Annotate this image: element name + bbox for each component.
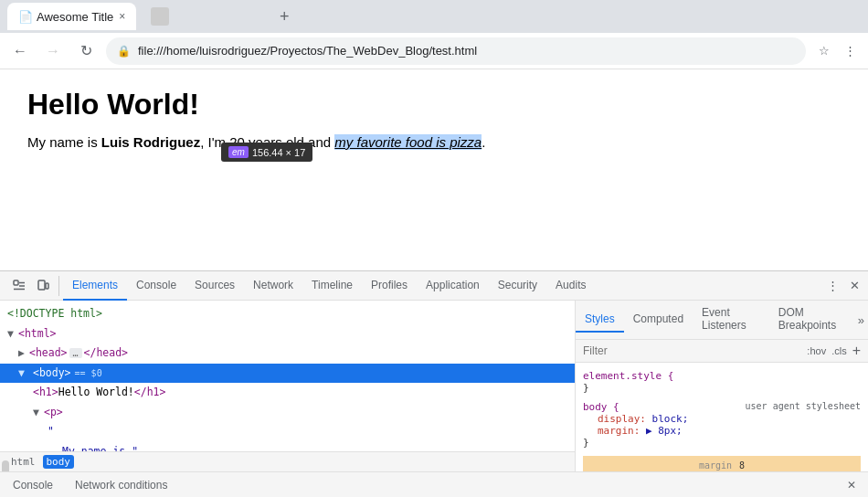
devtools-tabs: ElementsConsoleSourcesNetworkTimelinePro… (63, 271, 595, 301)
text-strong: Luis Rodriguez (101, 134, 200, 150)
style-rule-close-body: } (583, 437, 861, 449)
style-rule-selector-body: body { user agent stylesheet (583, 401, 861, 413)
devtools-icons (4, 276, 59, 296)
bottom-bar: Console Network conditions ✕ (0, 471, 868, 497)
device-icon[interactable] (33, 276, 53, 296)
styles-filter-input[interactable] (583, 344, 801, 357)
margin-visualization: margin 8 (583, 456, 861, 471)
styles-tab-event-listeners[interactable]: Event Listeners (693, 301, 769, 339)
tab-bar: 📄 Awesome Title × + (0, 0, 868, 33)
html-line-body[interactable]: ▼ <body> == $0 (0, 364, 575, 384)
style-rule-body: body { user agent stylesheet display: bl… (576, 397, 868, 452)
address-bar: ← → ↻ 🔒 file:///home/luisrodriguez/Proye… (0, 33, 868, 69)
url-text: file:///home/luisrodriguez/Proyectos/The… (138, 44, 795, 58)
address-icons: ☆ ⋮ (813, 40, 861, 62)
tab-close-button[interactable]: × (119, 10, 125, 23)
style-prop-display: display: block; (583, 413, 861, 425)
page-area: Hello World! My name is Luis Rodriguez, … (0, 69, 868, 497)
bottom-bar-console[interactable]: Console (7, 477, 58, 493)
tooltip-dimensions: 156.44 × 17 (252, 147, 305, 158)
styles-filter-hov[interactable]: :hov (807, 345, 826, 356)
page-heading: Hello World! (27, 88, 841, 122)
style-rule-selector-element: element.style { (583, 370, 861, 382)
back-button[interactable]: ← (7, 38, 33, 64)
margin-label: margin (699, 460, 732, 471)
devtools-tab-profiles[interactable]: Profiles (362, 271, 417, 301)
text-em: my favorite food is pizza (334, 134, 482, 150)
html-line-doctype: <!DOCTYPE html> (0, 304, 575, 324)
html-line-head: ▶<head>…</head> (0, 344, 575, 364)
styles-panel: Styles Computed Event Listeners DOM Brea… (576, 301, 868, 471)
devtools-more-button[interactable]: ⋮ (822, 276, 842, 296)
page-paragraph: My name is Luis Rodriguez, I'm 20 years … (27, 132, 841, 153)
bottom-bar-close-button[interactable]: ✕ (842, 476, 861, 494)
devtools-tab-sources[interactable]: Sources (185, 271, 244, 301)
html-line-quote1: " (0, 422, 575, 442)
devtools-tab-application[interactable]: Application (417, 271, 489, 301)
url-bar[interactable]: 🔒 file:///home/luisrodriguez/Proyectos/T… (106, 37, 806, 65)
html-line-html: ▼<html> (0, 324, 575, 344)
forward-button[interactable]: → (40, 38, 66, 64)
inactive-tab[interactable] (140, 3, 268, 30)
styles-tab-styles[interactable]: Styles (576, 307, 624, 333)
browser-window: 📄 Awesome Title × + ← → ↻ 🔒 file:///home… (0, 0, 868, 497)
devtools-content: <!DOCTYPE html> ▼<html> ▶<head>…</head> … (0, 301, 868, 471)
style-rule-element: element.style { } (576, 366, 868, 397)
html-line-p: ▼<p> (0, 403, 575, 423)
inspect-icon[interactable] (9, 276, 29, 296)
styles-content: element.style { } body { user agent styl… (576, 363, 868, 471)
devtools-close-button[interactable]: ✕ (844, 276, 864, 296)
styles-tab-dom-breakpoints[interactable]: DOM Breakpoints (769, 301, 854, 339)
text-after: . (482, 134, 485, 150)
styles-filter: :hov .cls + (576, 340, 868, 363)
devtools-tab-network[interactable]: Network (244, 271, 302, 301)
new-tab-button[interactable]: + (271, 4, 297, 29)
reload-button[interactable]: ↻ (73, 38, 99, 64)
html-scrollbar-thumb[interactable] (2, 460, 9, 471)
styles-filter-add[interactable]: + (852, 343, 861, 359)
html-panel: <!DOCTYPE html> ▼<html> ▶<head>…</head> … (0, 301, 576, 471)
tab-title: Awesome Title (37, 10, 113, 24)
devtools-tab-audits[interactable]: Audits (546, 271, 595, 301)
style-source-body: user agent stylesheet (746, 401, 861, 411)
new-tab-placeholder (151, 7, 169, 26)
styles-tab-computed[interactable]: Computed (624, 307, 693, 333)
html-line-h1: <h1>Hello World!</h1> (0, 383, 575, 403)
breadcrumb-body[interactable]: body (43, 455, 75, 469)
menu-icon[interactable]: ⋮ (839, 40, 861, 62)
styles-tabs: Styles Computed Event Listeners DOM Brea… (576, 301, 868, 340)
devtools-tab-console[interactable]: Console (127, 271, 185, 301)
devtools-tab-timeline[interactable]: Timeline (302, 271, 362, 301)
svg-rect-0 (14, 280, 18, 285)
devtools-tab-security[interactable]: Security (489, 271, 546, 301)
styles-panel-more-button[interactable]: » (854, 310, 868, 331)
margin-value: 8 (739, 460, 745, 471)
html-line-myname: My name is " (0, 442, 575, 451)
devtools-tab-elements[interactable]: Elements (63, 271, 127, 301)
style-prop-margin: margin: ▶ 8px; (583, 425, 861, 437)
bookmark-icon[interactable]: ☆ (813, 40, 835, 62)
em-tooltip: em 156.44 × 17 (221, 143, 312, 162)
html-breadcrumb: html body (0, 451, 575, 471)
devtools-panel: ElementsConsoleSourcesNetworkTimelinePro… (0, 270, 868, 471)
style-rule-close-element: } (583, 382, 861, 394)
svg-rect-5 (46, 283, 48, 289)
svg-rect-4 (38, 280, 45, 290)
devtools-more: ⋮ ✕ (822, 276, 864, 296)
devtools-tabs-bar: ElementsConsoleSourcesNetworkTimelinePro… (0, 271, 868, 301)
tab-favicon: 📄 (18, 10, 31, 23)
active-tab[interactable]: 📄 Awesome Title × (7, 3, 136, 30)
page-content: Hello World! My name is Luis Rodriguez, … (0, 69, 868, 270)
breadcrumb-html[interactable]: html (7, 455, 39, 469)
html-content[interactable]: <!DOCTYPE html> ▼<html> ▶<head>…</head> … (0, 301, 575, 451)
text-before: My name is (27, 134, 101, 150)
doctype-comment: <!DOCTYPE html> (7, 307, 102, 320)
bottom-bar-network-conditions[interactable]: Network conditions (69, 477, 173, 493)
styles-filter-cls[interactable]: .cls (831, 345, 847, 356)
lock-icon: 🔒 (117, 45, 131, 58)
em-badge: em (228, 146, 249, 158)
